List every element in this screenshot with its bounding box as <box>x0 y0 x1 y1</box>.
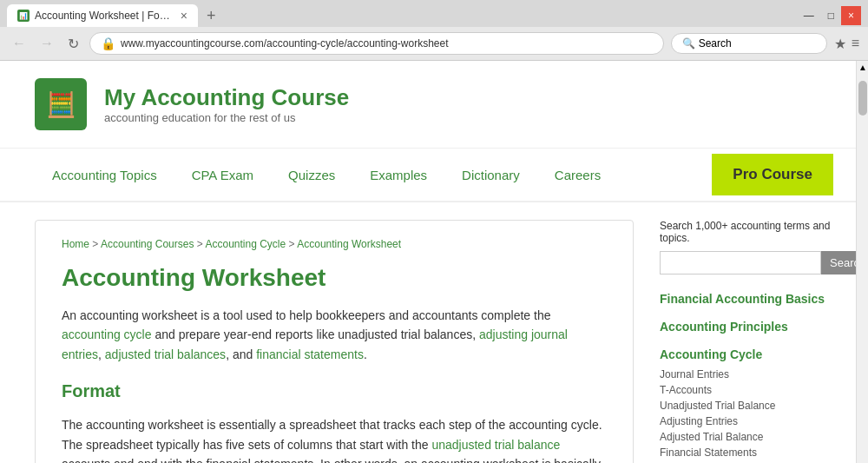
sidebar-journal-entries[interactable]: Journal Entries <box>660 367 833 382</box>
nav-careers[interactable]: Careers <box>537 154 618 196</box>
active-tab[interactable]: 📊 Accounting Worksheet | For... × <box>7 4 198 27</box>
back-button[interactable]: ← <box>9 34 30 53</box>
tab-close-button[interactable]: × <box>181 9 187 23</box>
format-paragraph: The accounting worksheet is essentially … <box>62 415 607 463</box>
adjusted-trial-balance-link[interactable]: adjusted trial balances <box>105 347 226 361</box>
pro-course-button[interactable]: Pro Course <box>712 154 833 195</box>
close-window-button[interactable]: × <box>841 6 861 25</box>
lock-icon: 🔒 <box>101 36 115 50</box>
nav-quizzes[interactable]: Quizzes <box>271 154 352 196</box>
intro-paragraph: An accounting worksheet is a tool used t… <box>62 306 607 364</box>
new-tab-button[interactable]: + <box>201 5 221 27</box>
sidebar: Search 1,000+ accounting terms and topic… <box>660 220 833 463</box>
browser-chrome: 📊 Accounting Worksheet | For... × + — □ … <box>0 0 868 61</box>
search-icon: 🔍 <box>682 37 695 50</box>
breadcrumb-current: Accounting Worksheet <box>297 238 401 250</box>
search-placeholder: Search <box>699 37 732 50</box>
intro-comma: , <box>98 347 105 361</box>
breadcrumb: Home > Accounting Courses > Accounting C… <box>62 238 607 250</box>
intro-text-mid: and prepare year-end reports like unadju… <box>152 327 479 341</box>
breadcrumb-sep3: > <box>289 238 298 250</box>
bookmark-button[interactable]: ★ <box>834 36 846 52</box>
site-title: My Accounting Course <box>104 84 349 111</box>
breadcrumb-courses[interactable]: Accounting Courses <box>101 238 194 250</box>
sidebar-search-form: Search <box>660 251 833 274</box>
accounting-cycle-link[interactable]: accounting cycle <box>62 327 152 341</box>
site-logo: 🧮 <box>35 78 87 130</box>
logo-icon: 🧮 <box>46 90 76 119</box>
intro-end: . <box>364 347 367 361</box>
main-content: Home > Accounting Courses > Accounting C… <box>35 220 634 463</box>
nav-dictionary[interactable]: Dictionary <box>444 154 537 196</box>
sidebar-adjusted-trial-balance[interactable]: Adjusted Trial Balance <box>660 429 833 445</box>
page-wrapper: 🧮 My Accounting Course accounting educat… <box>0 61 868 463</box>
tab-title: Accounting Worksheet | For... <box>35 10 170 22</box>
sidebar-search-label: Search 1,000+ accounting terms and topic… <box>660 220 833 244</box>
accounting-principles-link[interactable]: Accounting Principles <box>660 320 833 334</box>
url-text: www.myaccountingcourse.com/accounting-cy… <box>121 37 653 50</box>
site-header: 🧮 My Accounting Course accounting educat… <box>0 61 868 149</box>
site-tagline: accounting education for the rest of us <box>104 111 349 124</box>
section1-text-mid: accounts and end with the financial stat… <box>62 457 601 463</box>
intro-and: , and <box>226 347 256 361</box>
menu-button[interactable]: ≡ <box>852 36 859 51</box>
minimize-button[interactable]: — <box>797 6 821 25</box>
unadjusted-trial-balance-link[interactable]: unadjusted trial balance <box>431 438 560 452</box>
format-section-title: Format <box>62 381 607 401</box>
forward-button[interactable]: → <box>36 34 57 53</box>
sidebar-section-financial-basics: Financial Accounting Basics <box>660 292 833 306</box>
scrollbar-thumb[interactable] <box>858 81 867 116</box>
browser-search-bar[interactable]: 🔍 Search <box>671 33 827 54</box>
address-bar[interactable]: 🔒 www.myaccountingcourse.com/accounting-… <box>89 32 664 55</box>
breadcrumb-sep1: > <box>92 238 101 250</box>
nav-accounting-topics[interactable]: Accounting Topics <box>35 154 174 196</box>
financial-statements-link[interactable]: financial statements <box>256 347 364 361</box>
financial-accounting-basics-link[interactable]: Financial Accounting Basics <box>660 292 833 306</box>
sidebar-unadjusted-trial-balance[interactable]: Unadjusted Trial Balance <box>660 398 833 413</box>
sidebar-search-input[interactable] <box>660 251 821 274</box>
breadcrumb-cycle[interactable]: Accounting Cycle <box>205 238 286 250</box>
tab-favicon: 📊 <box>17 10 30 22</box>
maximize-button[interactable]: □ <box>821 6 841 25</box>
breadcrumb-home[interactable]: Home <box>62 238 89 250</box>
sidebar-adjusting-entries[interactable]: Adjusting Entries <box>660 413 833 429</box>
sidebar-section-accounting-cycle: Accounting Cycle Journal Entries T-Accou… <box>660 347 833 463</box>
content-area: Home > Accounting Courses > Accounting C… <box>0 202 868 463</box>
sidebar-section-accounting-principles: Accounting Principles <box>660 320 833 334</box>
tab-bar: 📊 Accounting Worksheet | For... × + — □ … <box>0 0 868 27</box>
site-branding: My Accounting Course accounting educatio… <box>104 84 349 124</box>
scrollbar[interactable]: ▲ ▼ <box>856 61 868 463</box>
accounting-cycle-category[interactable]: Accounting Cycle <box>660 347 833 361</box>
window-controls: — □ × <box>797 6 861 25</box>
nav-examples[interactable]: Examples <box>352 154 444 196</box>
scroll-up-arrow[interactable]: ▲ <box>857 61 868 74</box>
sidebar-financial-statements[interactable]: Financial Statements <box>660 445 833 460</box>
sidebar-t-accounts[interactable]: T-Accounts <box>660 382 833 398</box>
browser-controls: ← → ↻ 🔒 www.myaccountingcourse.com/accou… <box>0 27 868 60</box>
browser-actions: ★ ≡ <box>834 36 859 52</box>
reload-button[interactable]: ↻ <box>64 34 82 54</box>
nav-cpa-exam[interactable]: CPA Exam <box>174 154 271 196</box>
main-nav: Accounting Topics CPA Exam Quizzes Examp… <box>0 149 868 202</box>
page-title: Accounting Worksheet <box>62 264 607 292</box>
intro-text-before: An accounting worksheet is a tool used t… <box>62 308 550 322</box>
